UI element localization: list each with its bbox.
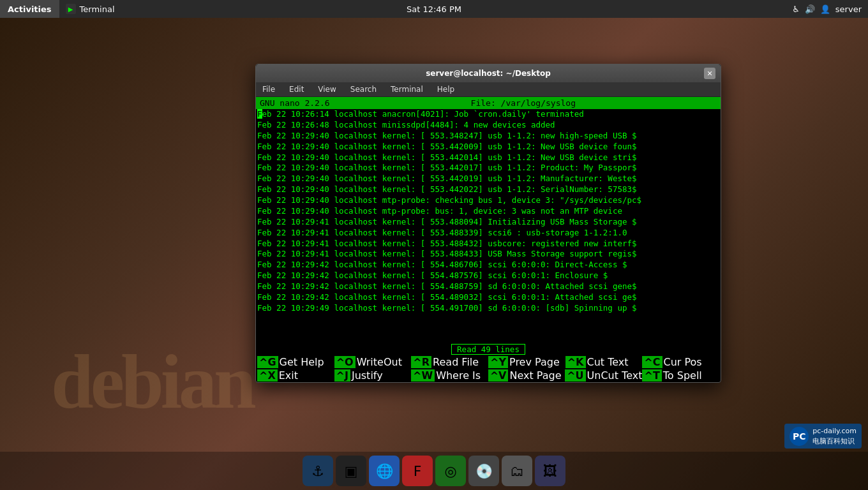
shortcut-label: Justify — [352, 369, 383, 382]
shortcut-label: To Spell — [663, 369, 702, 382]
clock: Sat 12:46 PM — [407, 4, 461, 14]
nano-line: Feb 22 10:29:41 localhost kernel: [ 553.… — [257, 249, 719, 260]
shortcut-item[interactable]: ^YPrev Page — [488, 356, 565, 368]
shortcut-item[interactable]: ^TTo Spell — [642, 369, 719, 382]
shortcut-item[interactable]: ^VNext Page — [488, 369, 565, 382]
app-name-label: Terminal — [80, 4, 115, 14]
shortcut-label: Get Help — [280, 356, 324, 368]
terminal-menubar: File Edit View Search Terminal Help — [256, 82, 721, 97]
menu-help[interactable]: Help — [435, 84, 457, 95]
nano-line: Feb 22 10:29:42 localhost kernel: [ 554.… — [257, 281, 719, 292]
shortcut-key: ^X — [257, 369, 278, 382]
shortcut-key: ^W — [411, 369, 435, 382]
terminal-titlebar: server@localhost: ~/Desktop ✕ — [256, 64, 721, 82]
close-button[interactable]: ✕ — [704, 68, 715, 79]
dock-item-anchor-app[interactable]: ⚓ — [303, 456, 333, 486]
nano-header: GNU nano 2.2.6 File: /var/log/syslog — [256, 97, 721, 109]
shortcut-label: Next Page — [509, 369, 561, 382]
dock-item-disk-app[interactable]: 💿 — [468, 456, 499, 486]
watermark-label: 电脑百科知识 — [812, 436, 857, 446]
user-icon[interactable]: 👤 — [820, 4, 830, 14]
shortcut-label: Exit — [279, 369, 298, 382]
nano-editor: GNU nano 2.2.6 File: /var/log/syslog Feb… — [256, 97, 721, 382]
shortcut-key: ^J — [334, 369, 350, 382]
nano-content[interactable]: Feb 22 10:26:14 localhost anacron[4021]:… — [256, 109, 721, 343]
nano-status-bar: Read 49 lines — [256, 343, 721, 355]
watermark: PC pc-daily.com 电脑百科知识 — [784, 424, 862, 449]
nano-line: Feb 22 10:29:40 localhost mtp-probe: bus… — [257, 206, 719, 217]
terminal-window: server@localhost: ~/Desktop ✕ File Edit … — [255, 64, 721, 383]
menu-terminal[interactable]: Terminal — [388, 84, 426, 95]
nano-line: Feb 22 10:29:40 localhost kernel: [ 553.… — [257, 184, 719, 195]
nano-line: Feb 22 10:29:41 localhost kernel: [ 553.… — [257, 228, 719, 239]
shortcut-item[interactable]: ^UUnCut Text — [565, 369, 642, 382]
shortcut-key: ^U — [565, 369, 585, 382]
nano-line: Feb 22 10:29:42 localhost kernel: [ 554.… — [257, 292, 719, 303]
shortcut-key: ^T — [642, 369, 661, 382]
taskbar: ⚓▣🌐F◎💿🗂🖼 — [0, 452, 868, 490]
nano-line: Feb 22 10:29:42 localhost kernel: [ 554.… — [257, 271, 719, 281]
shortcut-row-2: ^XExit^JJustify^WWhere Is^VNext Page^UUn… — [256, 369, 721, 382]
dock-item-files-app[interactable]: 🗂 — [502, 456, 532, 486]
shortcut-key: ^O — [334, 356, 355, 368]
nano-line: Feb 22 10:29:42 localhost kernel: [ 554.… — [257, 260, 719, 271]
app-indicator: ▶ Terminal — [59, 0, 121, 18]
dock-item-filezilla-app[interactable]: F — [402, 456, 433, 486]
activities-button[interactable]: Activities — [0, 0, 59, 18]
top-bar-right: ♿ 🔊 👤 server — [792, 4, 868, 14]
nano-line: Feb 22 10:29:49 localhost kernel: [ 554.… — [257, 303, 719, 314]
nano-filename: File: /var/log/syslog — [471, 98, 576, 108]
nano-line: Feb 22 10:29:40 localhost kernel: [ 553.… — [257, 142, 719, 152]
top-bar: Activities ▶ Terminal Sat 12:46 PM ♿ 🔊 👤… — [0, 0, 868, 18]
menu-file[interactable]: File — [260, 84, 278, 95]
shortcut-item[interactable]: ^XExit — [257, 369, 334, 382]
nano-line: Feb 22 10:29:40 localhost kernel: [ 553.… — [257, 131, 719, 142]
shortcut-key: ^R — [411, 356, 431, 368]
shortcut-key: ^Y — [488, 356, 508, 368]
shortcut-label: WriteOut — [357, 356, 402, 368]
shortcut-label: Cut Text — [587, 356, 629, 368]
shortcut-label: Prev Page — [509, 356, 560, 368]
shortcut-item[interactable]: ^WWhere Is — [411, 369, 488, 382]
terminal-title: server@localhost: ~/Desktop — [426, 69, 551, 78]
menu-view[interactable]: View — [315, 84, 338, 95]
menu-search[interactable]: Search — [348, 84, 379, 95]
nano-line: Feb 22 10:26:48 localhost minissdpd[4484… — [257, 120, 719, 131]
watermark-icon: PC — [789, 427, 809, 446]
dock-item-globe-app[interactable]: 🌐 — [369, 456, 400, 486]
nano-line: Feb 22 10:29:40 localhost mtp-probe: che… — [257, 195, 719, 206]
watermark-site: pc-daily.com — [812, 426, 857, 436]
nano-line: Feb 22 10:29:40 localhost kernel: [ 553.… — [257, 174, 719, 184]
shortcut-item[interactable]: ^CCur Pos — [642, 356, 719, 368]
nano-line: Feb 22 10:29:41 localhost kernel: [ 553.… — [257, 239, 719, 249]
shortcut-key: ^G — [257, 356, 278, 368]
shortcut-row-1: ^GGet Help^OWriteOut^RRead File^YPrev Pa… — [256, 355, 721, 369]
shortcut-key: ^C — [642, 356, 662, 368]
nano-line: Feb 22 10:26:14 localhost anacron[4021]:… — [257, 109, 719, 120]
shortcut-label: Read File — [433, 356, 479, 368]
nano-line: Feb 22 10:29:40 localhost kernel: [ 553.… — [257, 163, 719, 174]
dock-item-chrome-app[interactable]: ◎ — [435, 456, 466, 486]
shortcut-item[interactable]: ^GGet Help — [257, 356, 334, 368]
dock-item-photos-app[interactable]: 🖼 — [535, 456, 565, 486]
dock-item-terminal-app[interactable]: ▣ — [336, 456, 366, 486]
nano-status-message: Read 49 lines — [451, 344, 525, 355]
watermark-text: pc-daily.com 电脑百科知识 — [812, 426, 857, 446]
shortcut-label: Where Is — [436, 369, 481, 382]
menu-edit[interactable]: Edit — [287, 84, 306, 95]
shortcut-item[interactable]: ^KCut Text — [565, 356, 643, 368]
shortcut-item[interactable]: ^RRead File — [411, 356, 488, 368]
shortcut-label: Cur Pos — [664, 356, 702, 368]
nano-line: Feb 22 10:29:41 localhost kernel: [ 553.… — [257, 217, 719, 228]
shortcut-label: UnCut Text — [587, 369, 643, 382]
accessibility-icon[interactable]: ♿ — [792, 4, 800, 14]
terminal-app-icon: ▶ — [66, 4, 76, 14]
shortcut-item[interactable]: ^OWriteOut — [334, 356, 412, 368]
server-label[interactable]: server — [835, 4, 862, 14]
sound-icon[interactable]: 🔊 — [805, 4, 815, 14]
shortcut-key: ^V — [488, 369, 509, 382]
shortcut-item[interactable]: ^JJustify — [334, 369, 412, 382]
shortcut-key: ^K — [565, 356, 586, 368]
nano-line: Feb 22 10:29:40 localhost kernel: [ 553.… — [257, 152, 719, 163]
nano-version: GNU nano 2.2.6 — [260, 98, 330, 108]
